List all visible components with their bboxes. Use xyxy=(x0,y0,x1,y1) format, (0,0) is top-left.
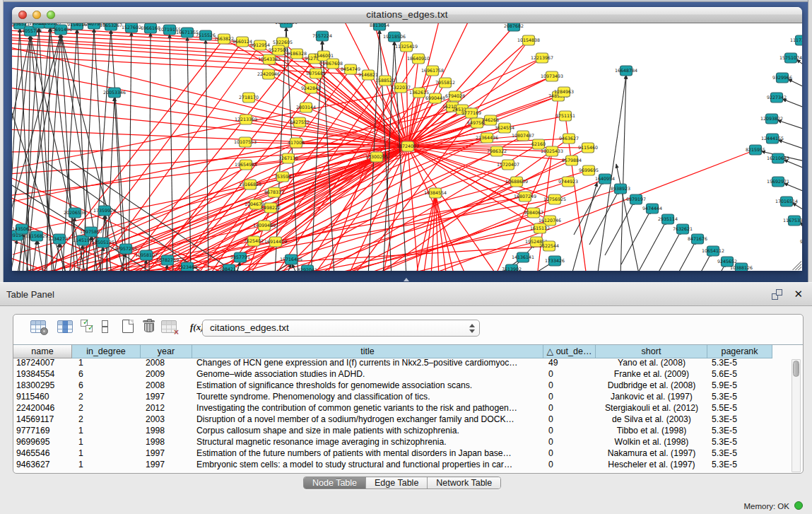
table-cell[interactable]: 2 xyxy=(72,414,141,426)
graph-edge[interactable] xyxy=(431,193,435,271)
table-cell[interactable]: 5.6E-5 xyxy=(707,369,772,380)
graph-node[interactable]: 7513902 xyxy=(502,264,522,271)
graph-node[interactable]: 9751151 xyxy=(555,111,575,121)
column-visibility-button[interactable] xyxy=(57,320,73,336)
graph-node[interactable]: 62160 xyxy=(531,139,546,149)
table-cell[interactable]: Yano et al. (2008) xyxy=(596,358,707,369)
graph-edge[interactable] xyxy=(666,240,696,271)
table-row[interactable]: 1938455462009Genome–wide association stu… xyxy=(13,369,803,380)
graph-node[interactable]: 10807487 xyxy=(512,131,534,141)
table-cell[interactable]: 2 xyxy=(72,392,141,403)
table-cell[interactable]: Nakamura et al. (1997) xyxy=(596,448,707,460)
graph-node[interactable]: 10154838 xyxy=(517,35,540,45)
graph-node[interactable]: 7663822 xyxy=(214,34,234,44)
table-cell[interactable]: Estimation of the future numbers of pati… xyxy=(192,448,543,460)
graph-edge[interactable] xyxy=(778,140,802,151)
graph-node[interactable]: 15692971 xyxy=(767,177,789,187)
graph-edge[interactable] xyxy=(784,183,802,194)
graph-node[interactable]: 8813054 xyxy=(370,23,389,30)
table-row[interactable]: 977716911998Corpus callosum shape and si… xyxy=(13,426,803,437)
table-cell[interactable]: 5.3E-5 xyxy=(707,414,772,426)
table-cell[interactable]: Wolkin et al. (1998) xyxy=(596,437,707,448)
table-cell[interactable]: 5.5E-5 xyxy=(707,403,772,414)
table-cell[interactable]: Estimation of significance thresholds fo… xyxy=(192,380,543,392)
table-cell[interactable]: 1 xyxy=(72,437,141,448)
graph-edge[interactable] xyxy=(620,75,626,271)
table-cell[interactable]: 18300295 xyxy=(13,380,72,392)
graph-node[interactable]: 417006 xyxy=(288,138,305,148)
select-mode-button[interactable]: ✓✓ xyxy=(81,320,95,337)
scrollbar-thumb[interactable] xyxy=(793,361,799,377)
graph-edge[interactable] xyxy=(782,99,802,110)
table-cell[interactable]: 5.3E-5 xyxy=(707,358,772,369)
graph-node[interactable]: 19218506 xyxy=(383,32,406,42)
graph-node[interactable]: 15720407 xyxy=(497,160,519,170)
table-cell[interactable]: Investigating the contribution of common… xyxy=(192,403,543,414)
new-table-button[interactable] xyxy=(122,320,134,336)
table-cell[interactable]: Stergiakouli et al. (2012) xyxy=(596,403,707,414)
table-cell[interactable]: 2003 xyxy=(141,414,192,426)
graph-edge[interactable] xyxy=(788,79,802,90)
network-canvas[interactable]: 9036521140557131906534102631072069140691… xyxy=(12,23,802,271)
graph-node[interactable]: 9474444 xyxy=(642,204,662,214)
table-cell[interactable]: 49 xyxy=(543,358,596,369)
graph-edge[interactable] xyxy=(170,34,173,271)
table-cell[interactable]: 1997 xyxy=(141,448,192,460)
column-header-short[interactable]: short xyxy=(596,345,707,358)
graph-node[interactable]: 753594 xyxy=(274,172,291,182)
table-cell[interactable]: 0 xyxy=(543,403,596,414)
graph-node[interactable]: 10107553 xyxy=(234,137,257,147)
table-cell[interactable]: Dudbridge et al. (2008) xyxy=(596,380,707,392)
graph-node[interactable]: 9245013 xyxy=(800,237,802,247)
graph-edge[interactable] xyxy=(784,160,802,171)
table-cell[interactable]: 6 xyxy=(72,369,141,380)
table-cell[interactable]: 9777169 xyxy=(13,426,72,437)
graph-node[interactable]: 2087682 xyxy=(504,23,524,31)
graph-node[interactable]: 16961758 xyxy=(421,66,444,76)
graph-node[interactable]: 6966160 xyxy=(141,23,160,33)
graph-node[interactable]: 12444155 xyxy=(761,134,784,144)
graph-node[interactable]: 7632621 xyxy=(673,224,693,234)
graph-node[interactable]: 6879197 xyxy=(626,194,646,204)
table-cell[interactable]: 1 xyxy=(72,358,141,369)
graph-node[interactable]: 7557224 xyxy=(312,31,332,41)
table-cell[interactable]: 5.9E-5 xyxy=(707,380,772,392)
table-cell[interactable]: 2008 xyxy=(141,358,192,369)
table-cell[interactable]: Tourette syndrome. Phenomenology and cla… xyxy=(192,392,543,403)
graph-node[interactable]: 19654985 xyxy=(235,160,257,170)
graph-node[interactable]: 2718170 xyxy=(239,93,259,103)
graph-edge[interactable] xyxy=(777,120,802,132)
table-cell[interactable]: 5.3E-5 xyxy=(707,392,772,403)
graph-node[interactable]: 11173416 xyxy=(790,35,802,45)
network-window-titlebar[interactable]: citations_edges.txt xyxy=(12,7,802,23)
table-cell[interactable]: 0 xyxy=(543,414,596,426)
table-cell[interactable]: 6 xyxy=(72,380,141,392)
table-row[interactable]: 911546021997Tourette syndrome. Phenomeno… xyxy=(13,392,803,403)
table-cell[interactable]: 5.3E-5 xyxy=(707,437,772,448)
graph-edge[interactable] xyxy=(12,240,17,271)
graph-edge[interactable] xyxy=(605,201,635,255)
table-cell[interactable]: 18724007 xyxy=(13,358,72,369)
graph-edge[interactable] xyxy=(406,47,408,146)
table-cell[interactable]: 9465546 xyxy=(13,448,72,460)
graph-edge[interactable] xyxy=(792,203,802,214)
column-header-out-de-[interactable]: △ out_de… xyxy=(543,345,596,358)
graph-node[interactable]: 9699695 xyxy=(579,165,599,175)
graph-node[interactable]: 10543382 xyxy=(258,54,281,64)
table-cell[interactable]: de Silva et al. (2003) xyxy=(596,414,707,426)
table-cell[interactable]: 9115460 xyxy=(13,392,72,403)
graph-node[interactable]: 2803144 xyxy=(296,103,316,112)
table-vertical-scrollbar[interactable] xyxy=(792,359,801,472)
table-cell[interactable]: 0 xyxy=(543,426,596,437)
graph-node[interactable]: 18640910 xyxy=(407,54,430,64)
table-cell[interactable]: 0 xyxy=(543,380,596,392)
table-cell[interactable]: 2008 xyxy=(141,380,192,392)
graph-node[interactable]: 10654112 xyxy=(702,246,724,256)
splitter-collapse-handle[interactable] xyxy=(401,277,411,282)
column-header-year[interactable]: year xyxy=(141,345,192,358)
table-cell[interactable]: Jankovic et al. (1997) xyxy=(596,392,707,403)
graph-node[interactable]: 16210643 xyxy=(767,153,789,163)
tab-edge-table[interactable]: Edge Table xyxy=(366,477,428,489)
table-cell[interactable]: 9463627 xyxy=(13,460,72,471)
row-height-button[interactable] xyxy=(102,320,107,336)
